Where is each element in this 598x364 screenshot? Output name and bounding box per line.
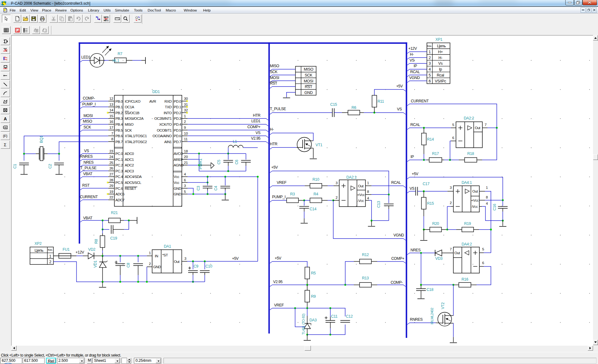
svg-text:19: 19 — [109, 189, 113, 194]
svg-text:AVCC: AVCC — [174, 152, 183, 156]
svg-text:R15: R15 — [427, 201, 434, 206]
svg-text:PD.7: PD.7 — [174, 140, 181, 144]
svg-text:MOSI: MOSI — [304, 79, 313, 83]
svg-text:T_PULSE: T_PULSE — [270, 107, 286, 111]
svg-text:11: 11 — [184, 137, 187, 141]
svg-text:OCOB/T1: OCOB/T1 — [157, 128, 172, 132]
svg-text:DA4:1: DA4:1 — [462, 180, 472, 185]
svg-text:PC.4: PC.4 — [116, 175, 123, 179]
svg-text:R6: R6 — [351, 105, 356, 110]
svg-text:2: 2 — [149, 262, 151, 266]
svg-text:R17: R17 — [432, 152, 439, 156]
svg-text:NET0: NET0 — [104, 16, 109, 18]
svg-text:12: 12 — [109, 96, 113, 100]
svg-text:C2: C2 — [48, 164, 52, 169]
svg-text:Цепь: Цепь — [35, 248, 43, 253]
svg-text:C10: C10 — [206, 264, 212, 268]
svg-text:SCK: SCK — [125, 128, 132, 132]
svg-text:PD.1: PD.1 — [174, 105, 181, 109]
svg-text:C15: C15 — [330, 102, 337, 107]
svg-text:PC.3: PC.3 — [116, 169, 123, 173]
svg-text:C9: C9 — [194, 264, 199, 268]
svg-text:3: 3 — [184, 256, 186, 260]
svg-text:HL1: HL1 — [112, 58, 119, 63]
svg-text:Out: Out — [358, 184, 364, 188]
svg-text:+5V: +5V — [412, 172, 419, 176]
svg-text:C13: C13 — [377, 201, 381, 208]
svg-text:C17: C17 — [423, 182, 430, 186]
svg-text:ICP/CLKO: ICP/CLKO — [125, 99, 141, 103]
svg-text:SCK: SCK — [270, 70, 278, 74]
svg-text:R18: R18 — [467, 152, 474, 156]
svg-text:VS: VS — [255, 131, 260, 135]
svg-text:C16: C16 — [492, 204, 497, 211]
svg-text:AIN1: AIN1 — [164, 140, 172, 144]
svg-text:H+: H+ — [438, 50, 443, 54]
svg-text:ADC7: ADC7 — [116, 198, 125, 202]
svg-text:COMP-: COMP- — [391, 280, 403, 285]
svg-text:R10: R10 — [312, 177, 319, 182]
svg-text:PUMP_I: PUMP_I — [82, 102, 96, 106]
svg-text:3: 3 — [336, 181, 338, 185]
svg-text:Ip: Ip — [439, 67, 442, 72]
svg-text:2: 2 — [184, 119, 186, 124]
svg-text:VT1: VT1 — [316, 143, 322, 147]
svg-text:NRES: NRES — [411, 248, 421, 252]
svg-text:8: 8 — [367, 189, 369, 194]
svg-text:4: 4 — [429, 67, 431, 72]
svg-text:H-: H- — [410, 52, 414, 57]
svg-text:MISO: MISO — [125, 122, 134, 126]
svg-text:C18: C18 — [427, 287, 434, 292]
svg-text:VGND: VGND — [393, 233, 404, 237]
svg-text:Out: Out — [472, 189, 478, 193]
svg-text:2: 2 — [429, 56, 431, 60]
svg-text:T_PULSE: T_PULSE — [80, 166, 97, 170]
svg-text:PB.1: PB.1 — [116, 105, 123, 109]
svg-text:27: 27 — [109, 172, 113, 176]
svg-text:+Vcc: +Vcc — [471, 198, 479, 202]
svg-text:31: 31 — [184, 102, 188, 106]
svg-text:CURRENT: CURRENT — [80, 195, 98, 199]
svg-text:2: 2 — [49, 260, 51, 264]
svg-text:PD.4: PD.4 — [174, 122, 182, 126]
svg-text:RCAL: RCAL — [391, 180, 401, 185]
svg-text:4: 4 — [184, 172, 186, 176]
svg-text:-Vcc: -Vcc — [471, 204, 478, 208]
svg-text:LED1: LED1 — [81, 55, 91, 59]
svg-text:PD.5: PD.5 — [174, 128, 182, 132]
svg-text:H-: H- — [270, 127, 274, 132]
svg-text:HTR: HTR — [270, 142, 278, 146]
svg-text:VS: VS — [397, 107, 402, 111]
svg-text:NRES: NRES — [83, 160, 94, 165]
svg-text:PUMP_I: PUMP_I — [272, 195, 286, 199]
svg-text:RCAL: RCAL — [411, 123, 420, 127]
svg-text:SCK: SCK — [83, 125, 91, 129]
svg-text:HTR: HTR — [253, 113, 260, 118]
svg-text:R7: R7 — [117, 52, 122, 56]
svg-text:ADC2: ADC2 — [125, 163, 134, 167]
svg-text:PB.6: PB.6 — [116, 134, 123, 138]
svg-text:R4: R4 — [313, 192, 318, 196]
svg-text:Out: Out — [174, 259, 180, 264]
svg-text:MISO: MISO — [270, 64, 279, 68]
svg-text:RCAL: RCAL — [410, 70, 420, 74]
svg-text:3: 3 — [184, 184, 186, 188]
svg-text:PB.2: PB.2 — [116, 111, 123, 115]
svg-text:2: 2 — [336, 195, 338, 199]
svg-text:VD1: VD1 — [93, 260, 97, 268]
svg-text:DA4:2: DA4:2 — [462, 242, 472, 246]
svg-text:TL431 (TO-92): TL431 (TO-92) — [301, 314, 305, 334]
svg-text:VD3: VD3 — [435, 256, 443, 261]
svg-text:FU1: FU1 — [63, 247, 70, 252]
svg-text:8: 8 — [486, 195, 488, 199]
svg-text:R5: R5 — [311, 271, 316, 275]
svg-text:Кон.: Кон. — [427, 44, 432, 48]
svg-text:LED1: LED1 — [251, 119, 261, 123]
svg-text:V2.95: V2.95 — [251, 136, 260, 141]
svg-text:COMP+: COMP+ — [247, 125, 260, 129]
svg-text:COMP+: COMP+ — [391, 256, 404, 261]
svg-text:*ST: *ST — [162, 253, 168, 257]
svg-text:TXD: TXD — [165, 105, 172, 109]
svg-text:RNRES: RNRES — [80, 154, 93, 159]
svg-text:MOSI: MOSI — [83, 114, 93, 118]
